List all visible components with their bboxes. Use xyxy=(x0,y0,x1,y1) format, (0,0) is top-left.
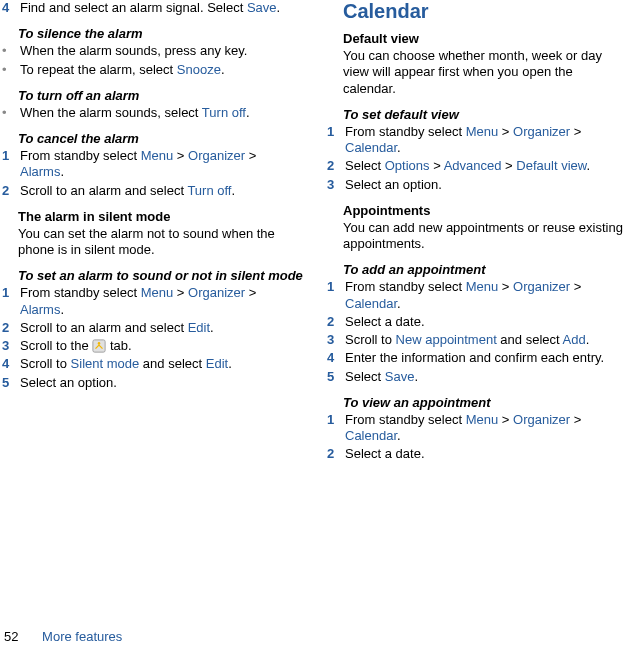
list-item: 1 From standby select Menu > Organizer >… xyxy=(325,279,628,312)
step-number: 2 xyxy=(325,158,345,174)
bullet-text: To repeat the alarm, select Snooze. xyxy=(20,62,303,78)
link-new-appointment: New appointment xyxy=(396,332,497,347)
list-item: 1 From standby select Menu > Organizer >… xyxy=(325,412,628,445)
list-item: 1 From standby select Menu > Organizer >… xyxy=(0,148,303,181)
link-organizer: Organizer xyxy=(513,279,570,294)
list-item: 3 Select an option. xyxy=(325,177,628,193)
list-item: • To repeat the alarm, select Snooze. xyxy=(0,62,303,78)
link-edit: Edit xyxy=(206,356,228,371)
step-text: Find and select an alarm signal. Select … xyxy=(20,0,303,16)
step-number: 1 xyxy=(325,412,345,428)
link-menu: Menu xyxy=(466,279,499,294)
link-default-view: Default view xyxy=(516,158,586,173)
step-number: 1 xyxy=(0,285,20,301)
link-organizer: Organizer xyxy=(188,148,245,163)
step-number: 5 xyxy=(325,369,345,385)
right-column: Calendar Default view You can choose whe… xyxy=(325,0,628,465)
link-save: Save xyxy=(247,0,277,15)
step-text: Select a date. xyxy=(345,446,628,462)
step-text: Select Options > Advanced > Default view… xyxy=(345,158,628,174)
heading-set-default-view: To set default view xyxy=(343,107,628,122)
step-number: 1 xyxy=(325,279,345,295)
link-turn-off: Turn off xyxy=(187,183,231,198)
step-text: From standby select Menu > Organizer > C… xyxy=(345,124,628,157)
section-title: More features xyxy=(42,629,122,644)
list-item: 4 Enter the information and confirm each… xyxy=(325,350,628,366)
step-text: Select Save. xyxy=(345,369,628,385)
list-item: 2 Select a date. xyxy=(325,314,628,330)
step-number: 4 xyxy=(0,356,20,372)
list-item: 5 Select Save. xyxy=(325,369,628,385)
link-alarms: Alarms xyxy=(20,302,60,317)
step-text: From standby select Menu > Organizer > A… xyxy=(20,285,303,318)
paragraph: You can set the alarm not to sound when … xyxy=(18,226,303,259)
heading-calendar: Calendar xyxy=(325,0,628,23)
step-number: 5 xyxy=(0,375,20,391)
link-options: Options xyxy=(385,158,430,173)
list-item: 2 Scroll to an alarm and select Edit. xyxy=(0,320,303,336)
list-item: 1 From standby select Menu > Organizer >… xyxy=(0,285,303,318)
link-calendar: Calendar xyxy=(345,296,397,311)
bullet-text: When the alarm sounds, press any key. xyxy=(20,43,303,59)
list-item: 2 Select Options > Advanced > Default vi… xyxy=(325,158,628,174)
step-number: 2 xyxy=(0,183,20,199)
link-menu: Menu xyxy=(466,124,499,139)
step-number: 2 xyxy=(325,314,345,330)
step-text: Scroll to the tab. xyxy=(20,338,303,354)
step-text: Select an option. xyxy=(20,375,303,391)
step-number: 2 xyxy=(325,446,345,462)
step-number: 3 xyxy=(325,177,345,193)
paragraph: You can choose whether month, week or da… xyxy=(343,48,628,97)
link-calendar: Calendar xyxy=(345,428,397,443)
bullet-text: When the alarm sounds, select Turn off. xyxy=(20,105,303,121)
list-item: 2 Scroll to an alarm and select Turn off… xyxy=(0,183,303,199)
bullet-icon: • xyxy=(0,105,20,121)
bullet-icon: • xyxy=(0,43,20,59)
heading-alarm-silent-mode: The alarm in silent mode xyxy=(18,209,303,224)
heading-appointments: Appointments xyxy=(343,203,628,218)
list-item: 2 Select a date. xyxy=(325,446,628,462)
link-snooze: Snooze xyxy=(177,62,221,77)
tab-icon xyxy=(92,339,106,353)
step-text: Scroll to Silent mode and select Edit. xyxy=(20,356,303,372)
link-organizer: Organizer xyxy=(188,285,245,300)
list-item: 4 Find and select an alarm signal. Selec… xyxy=(0,0,303,16)
link-silent-mode: Silent mode xyxy=(71,356,140,371)
heading-silence-alarm: To silence the alarm xyxy=(18,26,303,41)
step-text: Scroll to New appointment and select Add… xyxy=(345,332,628,348)
link-menu: Menu xyxy=(141,148,174,163)
bullet-icon: • xyxy=(0,62,20,78)
step-text: From standby select Menu > Organizer > A… xyxy=(20,148,303,181)
step-number: 4 xyxy=(325,350,345,366)
step-text: From standby select Menu > Organizer > C… xyxy=(345,412,628,445)
heading-default-view: Default view xyxy=(343,31,628,46)
step-text: Scroll to an alarm and select Turn off. xyxy=(20,183,303,199)
step-text: Enter the information and confirm each e… xyxy=(345,350,628,366)
step-number: 3 xyxy=(0,338,20,354)
link-add: Add xyxy=(563,332,586,347)
heading-add-appointment: To add an appointment xyxy=(343,262,628,277)
link-organizer: Organizer xyxy=(513,412,570,427)
list-item: 4 Scroll to Silent mode and select Edit. xyxy=(0,356,303,372)
step-number: 2 xyxy=(0,320,20,336)
list-item: • When the alarm sounds, select Turn off… xyxy=(0,105,303,121)
page-footer: 52 More features xyxy=(0,629,122,644)
heading-cancel-alarm: To cancel the alarm xyxy=(18,131,303,146)
step-text: Select a date. xyxy=(345,314,628,330)
step-number: 3 xyxy=(325,332,345,348)
link-organizer: Organizer xyxy=(513,124,570,139)
step-number: 4 xyxy=(0,0,20,16)
link-calendar: Calendar xyxy=(345,140,397,155)
step-text: Select an option. xyxy=(345,177,628,193)
step-number: 1 xyxy=(0,148,20,164)
content-columns: 4 Find and select an alarm signal. Selec… xyxy=(0,0,634,465)
link-alarms: Alarms xyxy=(20,164,60,179)
list-item: 1 From standby select Menu > Organizer >… xyxy=(325,124,628,157)
list-item: 3 Scroll to New appointment and select A… xyxy=(325,332,628,348)
link-edit: Edit xyxy=(188,320,210,335)
heading-view-appointment: To view an appointment xyxy=(343,395,628,410)
step-text: From standby select Menu > Organizer > C… xyxy=(345,279,628,312)
link-menu: Menu xyxy=(466,412,499,427)
step-text: Scroll to an alarm and select Edit. xyxy=(20,320,303,336)
page-number: 52 xyxy=(4,629,18,644)
